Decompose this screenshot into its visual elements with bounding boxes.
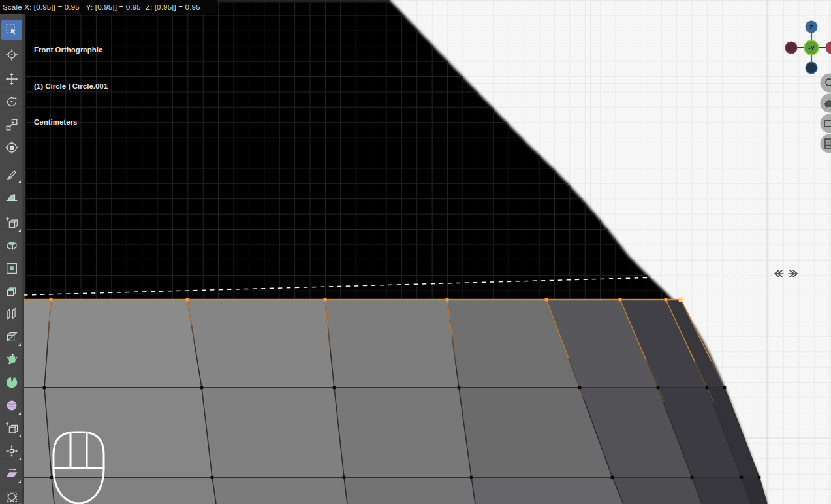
tool-rotate-button[interactable] [1,91,22,112]
flyout-indicator [18,480,21,483]
scale-icon [5,118,19,132]
tool-add-cube-button[interactable] [1,212,22,233]
tool-shrink-fatten-button[interactable] [1,441,22,462]
tool-measure-button[interactable] [1,186,22,207]
axis-neg-x-ball[interactable] [785,42,797,54]
shear-icon [5,467,19,481]
tool-poly-build-button[interactable] [1,349,22,370]
tool-annotate-button[interactable] [1,163,22,184]
transform-icon [5,140,19,155]
tool-cursor-button[interactable] [1,44,22,65]
flyout-indicator [18,458,21,460]
smooth-icon [5,398,19,413]
bevel-icon [5,284,19,298]
inset-icon [5,261,19,276]
toggle-projection-button[interactable] [821,134,831,153]
tool-spin-button[interactable] [1,372,22,393]
move-icon [5,72,19,86]
select-box-icon [5,23,19,37]
flyout-indicator [18,343,21,346]
svg-text:-Y: -Y [808,44,815,52]
camera-view-button[interactable] [821,114,831,133]
poly-build-icon [5,353,19,367]
edge-slide-icon [5,421,19,435]
extrude-icon [5,238,19,253]
svg-text:Z: Z [809,24,813,31]
tool-select-box-button[interactable] [1,20,22,40]
axis-x-ball[interactable] [826,42,831,54]
view-name-label: Front Orthographic [34,44,108,56]
tool-bevel-button[interactable] [1,281,22,302]
tool-shear-button[interactable] [1,464,22,484]
viewport-info-overlay: Front Orthographic (1) Circle | Circle.0… [34,20,108,153]
add-cube-icon [5,215,19,230]
toolbar [0,14,24,504]
loop-cut-icon [5,307,19,321]
tool-scale-button[interactable] [1,114,22,135]
tool-extrude-region-button[interactable] [1,235,22,256]
tool-loop-cut-button[interactable] [1,304,22,324]
spin-icon [5,375,19,390]
to-sphere-icon [5,490,19,504]
shrink-fatten-icon [5,444,19,458]
measure-icon [5,189,19,204]
zoom-button[interactable] [821,74,831,93]
viewport-nav-buttons [813,69,831,155]
axis-z-ball[interactable]: Z [806,21,818,33]
knife-icon [5,330,19,344]
viewport-canvas[interactable] [0,0,831,504]
flyout-indicator [18,229,21,232]
flyout-indicator [18,412,21,415]
flyout-indicator [18,180,21,183]
rotate-icon [5,95,19,109]
tool-move-button[interactable] [1,69,22,89]
transform-status-bar: Scale X: [0.95|] = 0.95 Y: [0.95|] = 0.9… [0,0,217,14]
flyout-indicator [18,435,21,437]
annotate-icon [5,166,19,181]
tool-edge-slide-button[interactable] [1,418,22,439]
move-view-button[interactable] [821,94,831,113]
axis-neg-y-ball[interactable]: -Y [804,40,819,55]
tool-to-sphere-button[interactable] [1,486,22,504]
tool-inset-faces-button[interactable] [1,258,22,279]
units-label: Centimeters [34,116,108,129]
selection-info-label: (1) Circle | Circle.001 [34,80,108,93]
scale-status-text: Scale X: [0.95|] = 0.95 Y: [0.95|] = 0.9… [3,3,200,11]
tool-transform-button[interactable] [1,137,22,158]
blender-3d-viewport: Scale X: [0.95|] = 0.95 Y: [0.95|] = 0.9… [0,0,831,504]
tool-smooth-button[interactable] [1,395,22,416]
tool-knife-button[interactable] [1,326,22,347]
cursor-icon [5,48,19,62]
